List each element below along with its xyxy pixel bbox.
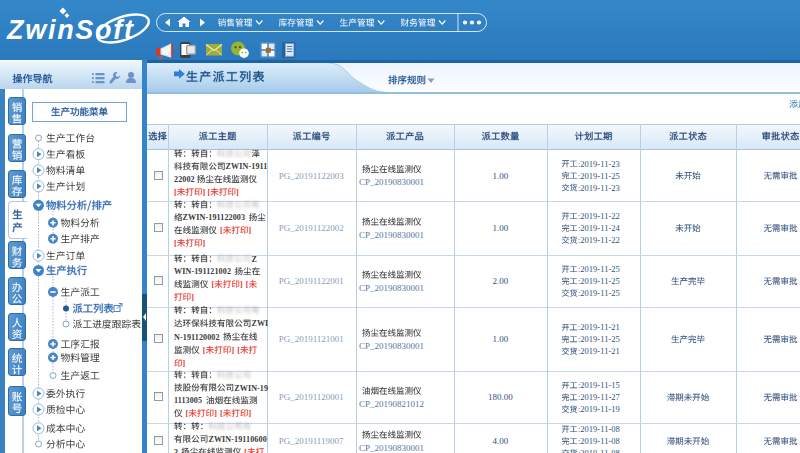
svg-text:ZWI: ZWI (251, 319, 268, 328)
svg-text:]: ] (249, 226, 252, 235)
svg-text:N-191120002: N-191120002 (174, 333, 220, 342)
svg-text:180.00: 180.00 (488, 392, 513, 402)
svg-text::2019-11-23: :2019-11-23 (578, 183, 620, 193)
svg-text::2019-11-08: :2019-11-08 (578, 436, 620, 446)
svg-text:1113005: 1113005 (174, 396, 202, 405)
svg-text:]: ] (183, 359, 186, 368)
svg-text:1.00: 1.00 (493, 223, 509, 233)
svg-text::2019-11-19: :2019-11-19 (578, 404, 620, 414)
svg-text:]: ] (214, 409, 217, 418)
svg-text::2019-11-22: :2019-11-22 (578, 235, 620, 245)
svg-text:]: ] (236, 188, 239, 197)
svg-text:ZWIN-1911: ZWIN-1911 (226, 162, 268, 171)
svg-text:[: [ (220, 226, 223, 235)
svg-text::2019-11-25: :2019-11-25 (578, 171, 620, 181)
svg-text:]: ] (249, 409, 252, 418)
svg-text::2019-11-25: :2019-11-25 (578, 276, 620, 286)
svg-text:ZWIN-19: ZWIN-19 (234, 384, 268, 393)
svg-text:1.00: 1.00 (493, 171, 509, 181)
svg-text::2019-11-27: :2019-11-27 (578, 392, 620, 402)
svg-text::2019-11-21: :2019-11-21 (578, 322, 620, 332)
svg-text:[: [ (211, 280, 214, 289)
svg-text:PG_20191120001: PG_20191120001 (279, 392, 344, 402)
svg-text:2.00: 2.00 (493, 276, 509, 286)
svg-text::2019-11-15: :2019-11-15 (578, 380, 620, 390)
svg-text:CP_20190830001: CP_20190830001 (359, 283, 424, 293)
svg-text:ZWIN-19110600: ZWIN-19110600 (208, 435, 266, 444)
svg-text:22002: 22002 (174, 175, 197, 184)
svg-text::2019-11-25: :2019-11-25 (578, 288, 620, 298)
svg-text:ZWIN-191122003: ZWIN-191122003 (183, 213, 246, 222)
svg-text:[: [ (174, 188, 177, 197)
svg-text:CP_20190830001: CP_20190830001 (359, 177, 424, 187)
svg-text:]: ] (231, 346, 234, 355)
svg-text:]: ] (191, 293, 194, 302)
svg-text:Z: Z (251, 255, 257, 264)
svg-text:CP_20190830001: CP_20190830001 (359, 230, 424, 240)
svg-text:[: [ (237, 346, 240, 355)
svg-text:3: 3 (174, 448, 178, 453)
svg-text::2019-11-23: :2019-11-23 (578, 159, 620, 169)
svg-text:[: [ (186, 409, 189, 418)
svg-text:PG_20191122001: PG_20191122001 (279, 276, 344, 286)
svg-text::2019-11-08: :2019-11-08 (578, 448, 620, 453)
svg-text::2019-11-25: :2019-11-25 (578, 264, 620, 274)
svg-text:PG_20191119007: PG_20191119007 (279, 436, 344, 446)
svg-text:CP_20190830001: CP_20190830001 (359, 341, 424, 351)
svg-text::2019-11-25: :2019-11-25 (578, 334, 620, 344)
svg-text:4.00: 4.00 (493, 436, 509, 446)
svg-text:[: [ (244, 448, 247, 453)
svg-text::2019-11-22: :2019-11-22 (578, 211, 620, 221)
svg-text:]: ] (240, 280, 243, 289)
svg-text:PG_20191122002: PG_20191122002 (279, 223, 344, 233)
svg-text:]: ] (203, 239, 206, 248)
svg-text:] [: ] [ (203, 188, 211, 197)
svg-text::2019-11-08: :2019-11-08 (578, 424, 620, 434)
svg-text:[: [ (174, 239, 177, 248)
svg-text:[: [ (203, 346, 206, 355)
svg-text::2019-11-24: :2019-11-24 (578, 223, 620, 233)
svg-text:PG_20191122003: PG_20191122003 (279, 171, 345, 181)
svg-text:CP_20190821012: CP_20190821012 (359, 399, 424, 409)
svg-text:[: [ (220, 409, 223, 418)
svg-text:1.00: 1.00 (493, 334, 509, 344)
svg-text:WIN-191121002: WIN-191121002 (174, 267, 231, 276)
svg-text:CP_20190830001: CP_20190830001 (359, 443, 424, 453)
svg-text:PG_20191121001: PG_20191121001 (279, 334, 344, 344)
svg-text:[: [ (246, 280, 249, 289)
svg-text::2019-11-21: :2019-11-21 (578, 346, 620, 356)
